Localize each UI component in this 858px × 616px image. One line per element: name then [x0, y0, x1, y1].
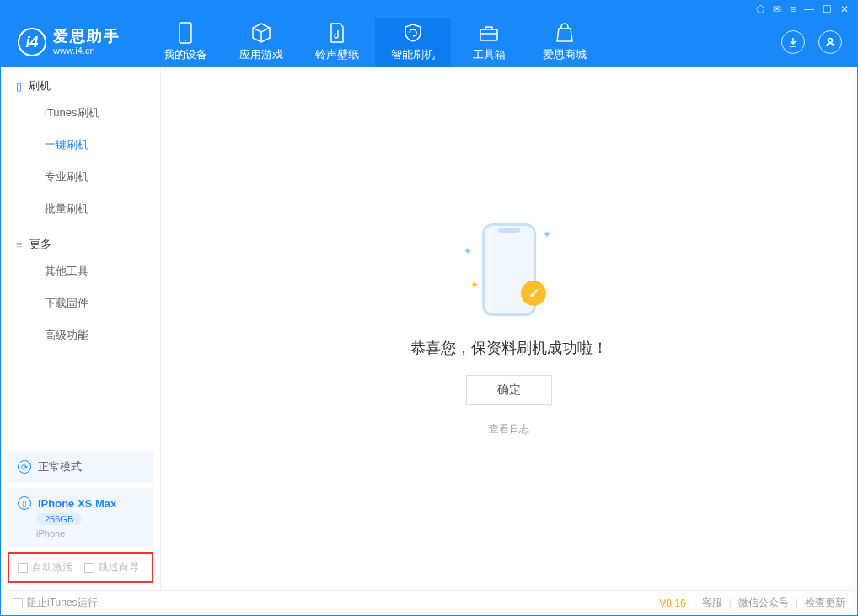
success-illustration: ✦ ✦ ✦ ✓ — [458, 220, 560, 321]
sparkle-icon: ✦ — [464, 245, 472, 257]
feedback-icon[interactable]: ✉ — [773, 3, 781, 15]
footer-right: V8.16 | 客服 | 微信公众号 | 检查更新 — [659, 596, 845, 610]
main-content: ✦ ✦ ✦ ✓ 恭喜您，保资料刷机成功啦！ 确定 查看日志 — [161, 67, 857, 590]
device-type: iPhone — [36, 528, 65, 538]
body: ▯ 刷机 iTunes刷机 一键刷机 专业刷机 批量刷机 ≡ 更多 其他工具 下… — [1, 67, 857, 590]
toolbox-icon — [478, 22, 500, 44]
sidebar-item-pro-flash[interactable]: 专业刷机 — [1, 161, 160, 193]
tab-label: 铃声壁纸 — [315, 47, 359, 62]
logo-mark-icon: i4 — [18, 28, 46, 56]
phone-icon — [174, 22, 196, 44]
device-capacity: 256GB — [36, 513, 82, 525]
device-name: iPhone XS Max — [38, 497, 116, 510]
check-badge-icon: ✓ — [521, 281, 546, 306]
download-icon[interactable] — [781, 30, 805, 54]
tab-ringtone-wallpaper[interactable]: 铃声壁纸 — [299, 18, 375, 67]
tab-label: 我的设备 — [164, 47, 207, 62]
app-logo: i4 爱思助手 www.i4.cn — [1, 28, 137, 56]
mode-label: 正常模式 — [38, 459, 82, 474]
tab-store[interactable]: 爱思商城 — [527, 18, 603, 67]
svg-point-1 — [185, 40, 186, 41]
sidebar-item-download-firmware[interactable]: 下载固件 — [1, 287, 160, 319]
music-file-icon — [326, 22, 348, 44]
checkbox-box-icon — [18, 563, 28, 573]
tab-label: 工具箱 — [473, 47, 506, 62]
checkbox-label: 自动激活 — [32, 560, 72, 575]
minimize-icon[interactable]: — — [804, 3, 814, 15]
device-card[interactable]: ▯ iPhone XS Max 256GB iPhone — [8, 488, 153, 547]
tab-smart-flash[interactable]: 智能刷机 — [375, 18, 451, 67]
footer-link-wechat[interactable]: 微信公众号 — [738, 596, 789, 610]
group-label: 刷机 — [29, 78, 51, 94]
footer-link-update[interactable]: 检查更新 — [805, 596, 845, 610]
checkbox-block-itunes[interactable]: 阻止iTunes运行 — [13, 596, 98, 610]
header-actions — [781, 30, 857, 54]
tab-label: 爱思商城 — [543, 47, 587, 62]
sidebar-group-flash: ▯ 刷机 — [1, 67, 160, 97]
checkbox-highlight-row: 自动激活 跳过向导 — [8, 552, 153, 583]
tab-apps-games[interactable]: 应用游戏 — [223, 18, 299, 67]
app-window: ⬠ ✉ ≡ — ☐ ✕ i4 爱思助手 www.i4.cn 我的设备 应用游戏 — [0, 0, 858, 616]
group-label: 更多 — [29, 237, 51, 252]
app-title: 爱思助手 — [53, 29, 121, 46]
titlebar: ⬠ ✉ ≡ — ☐ ✕ — [1, 1, 857, 18]
sidebar-bottom: ⟳ 正常模式 ▯ iPhone XS Max 256GB iPhone 自动激活 — [1, 444, 160, 590]
sidebar-item-oneclick-flash[interactable]: 一键刷机 — [1, 129, 160, 161]
version-label: V8.16 — [659, 597, 685, 609]
sidebar-item-advanced[interactable]: 高级功能 — [1, 319, 160, 351]
mode-card[interactable]: ⟳ 正常模式 — [8, 451, 153, 483]
bag-icon — [554, 22, 576, 44]
ok-button[interactable]: 确定 — [466, 375, 552, 405]
sparkle-icon: ✦ — [543, 228, 551, 240]
checkbox-box-icon — [84, 563, 94, 573]
tab-toolbox[interactable]: 工具箱 — [451, 18, 527, 67]
device-phone-icon: ▯ — [18, 496, 31, 510]
view-log-link[interactable]: 查看日志 — [489, 422, 529, 437]
checkbox-label: 跳过向导 — [99, 560, 139, 575]
footer: 阻止iTunes运行 V8.16 | 客服 | 微信公众号 | 检查更新 — [1, 590, 857, 615]
svg-point-3 — [829, 39, 833, 43]
list-icon: ≡ — [16, 238, 23, 251]
checkbox-skip-guide[interactable]: 跳过向导 — [84, 560, 139, 575]
sidebar-item-batch-flash[interactable]: 批量刷机 — [1, 193, 160, 225]
svg-rect-2 — [480, 29, 497, 40]
header: i4 爱思助手 www.i4.cn 我的设备 应用游戏 铃声壁纸 智能刷机 — [1, 18, 857, 67]
sidebar-group-more: ≡ 更多 — [1, 225, 160, 255]
tab-label: 智能刷机 — [391, 47, 435, 62]
tab-my-device[interactable]: 我的设备 — [147, 18, 223, 67]
phone-small-icon: ▯ — [16, 80, 22, 93]
mode-icon: ⟳ — [18, 460, 31, 474]
sidebar: ▯ 刷机 iTunes刷机 一键刷机 专业刷机 批量刷机 ≡ 更多 其他工具 下… — [1, 67, 161, 590]
checkbox-auto-activate[interactable]: 自动激活 — [18, 560, 72, 575]
footer-link-support[interactable]: 客服 — [702, 596, 722, 610]
nav-tabs: 我的设备 应用游戏 铃声壁纸 智能刷机 工具箱 爱思商城 — [147, 18, 603, 67]
tab-label: 应用游戏 — [239, 47, 283, 62]
maximize-icon[interactable]: ☐ — [823, 3, 832, 15]
checkbox-label: 阻止iTunes运行 — [27, 596, 98, 610]
sparkle-icon: ✦ — [470, 279, 479, 291]
app-site: www.i4.cn — [53, 46, 121, 56]
menu-icon[interactable]: ≡ — [790, 3, 796, 15]
sidebar-item-itunes-flash[interactable]: iTunes刷机 — [1, 97, 160, 129]
user-icon[interactable] — [818, 30, 842, 54]
tshirt-icon[interactable]: ⬠ — [756, 3, 764, 15]
success-message: 恭喜您，保资料刷机成功啦！ — [410, 338, 608, 358]
cube-icon — [250, 22, 272, 44]
sidebar-item-other-tools[interactable]: 其他工具 — [1, 255, 160, 287]
checkbox-box-icon — [13, 598, 23, 608]
refresh-shield-icon — [402, 22, 424, 44]
close-icon[interactable]: ✕ — [840, 3, 849, 15]
